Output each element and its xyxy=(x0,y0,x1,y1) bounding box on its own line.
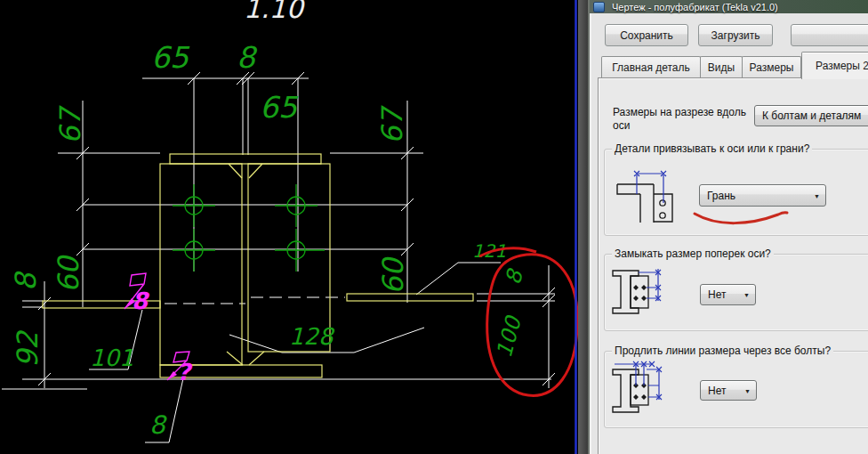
dim-label: 67 xyxy=(375,105,409,144)
cad-drawing-view[interactable]: 65 8 65 67 67 60 60 8 92 101 128 8 121 8… xyxy=(0,0,587,454)
screenshot-root: 65 8 65 67 67 60 60 8 92 101 128 8 121 8… xyxy=(0,0,868,454)
dim-label: 67 xyxy=(53,105,87,144)
dim-label: 101 xyxy=(90,345,134,371)
section-dims-value: К болтам и деталям xyxy=(762,109,861,122)
extra-button[interactable] xyxy=(791,24,868,46)
tab-panel: Размеры на разрезе вдоль оси К болтам и … xyxy=(598,77,868,454)
dim-label: 65 xyxy=(151,40,190,75)
drawing-properties-dialog: Чертеж - полуфабрикат (Tekla v21.0) Сохр… xyxy=(588,0,868,454)
dialog-titlebar[interactable]: Чертеж - полуфабрикат (Tekla v21.0) xyxy=(590,0,868,13)
dim-label: 8 xyxy=(149,410,167,440)
app-icon xyxy=(593,2,605,12)
group-anchor-to-face: Детали привязывать к оси или к грани? Гр… xyxy=(604,149,868,236)
red-annotation-ellipse xyxy=(479,248,577,396)
tab-dimensions-2[interactable]: Размеры 2 xyxy=(801,52,868,79)
weld-number: ? xyxy=(177,359,193,385)
anchor-face-combobox[interactable]: Грань ▼ xyxy=(699,184,826,207)
close-dimension-icon xyxy=(609,265,677,324)
anchor-face-icon xyxy=(612,166,683,226)
dim-label: 60 xyxy=(52,255,85,293)
tab-views[interactable]: Виды xyxy=(700,56,743,78)
close-dimension-combobox[interactable]: Нет ▼ xyxy=(700,284,756,305)
group-close-dimension: Замыкать размер поперек оси? Нет ▼ xyxy=(604,254,868,331)
section-view-canvas[interactable]: 65 8 65 67 67 60 60 8 92 101 128 8 121 8… xyxy=(0,0,587,454)
dim-label: 60 xyxy=(376,256,410,295)
view-title: 1.10 xyxy=(244,0,306,24)
weld-symbol-bottom: ? xyxy=(167,352,193,385)
group-title: Детали привязывать к оси или к грани? xyxy=(612,142,812,155)
red-underline-annotation xyxy=(689,207,792,230)
dim-label-circled: 100 xyxy=(492,312,526,360)
extend-lines-combobox[interactable]: Нет ▼ xyxy=(700,380,757,401)
chevron-down-icon: ▼ xyxy=(743,292,750,298)
dim-label-circled: 8 xyxy=(501,265,529,288)
group-title: Замыкать размер поперек оси? xyxy=(612,247,774,260)
section-dims-combobox[interactable]: К болтам и деталям xyxy=(754,105,868,126)
close-dimension-value: Нет xyxy=(708,288,726,301)
group-extend-lines: Продлить линии размера через все болты? … xyxy=(604,351,868,428)
extend-dimension-lines-icon xyxy=(609,361,679,419)
chevron-down-icon: ▼ xyxy=(814,192,820,199)
save-button[interactable]: Сохранить xyxy=(605,24,688,46)
tab-dimensions[interactable]: Размеры xyxy=(742,56,801,78)
dim-label: 65 xyxy=(260,90,299,125)
view-separator xyxy=(578,0,588,454)
dim-label: 128 xyxy=(289,323,335,350)
dimension-labels: 65 8 65 67 67 60 60 8 92 101 128 8 121 8… xyxy=(9,40,528,440)
dialog-title: Чертеж - полуфабрикат (Tekla v21.0) xyxy=(612,2,778,12)
tab-main-part[interactable]: Главная деталь xyxy=(601,56,701,78)
extend-lines-value: Нет xyxy=(708,385,726,397)
dim-label: 8 xyxy=(9,271,43,291)
group-title: Продлить линии размера через все болты? xyxy=(612,345,833,357)
section-dims-label: Размеры на разрезе вдоль оси xyxy=(613,106,755,133)
anchor-face-value: Грань xyxy=(707,190,735,202)
chevron-down-icon: ▼ xyxy=(744,387,751,393)
load-button[interactable]: Загрузить xyxy=(698,24,773,46)
dim-label: 8 xyxy=(237,40,258,75)
weld-number: 8 xyxy=(132,288,150,314)
dim-label: 92 xyxy=(11,329,44,368)
